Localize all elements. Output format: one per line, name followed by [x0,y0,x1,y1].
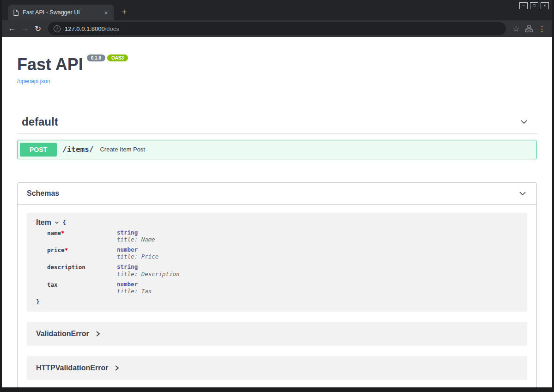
property-title: title: Name [117,236,155,243]
property-row: tax number title: Tax [47,281,518,295]
browser-menu-icon[interactable]: ⋮ [536,22,548,35]
meta-value: Tax [141,288,152,295]
property-name-text: price [47,247,65,253]
close-brace: } [36,298,518,305]
minimize-button[interactable]: – [519,2,528,9]
property-row: price* number title: Price [47,247,518,260]
oas3-badge: OAS3 [107,54,128,61]
tag-title: default [22,115,58,128]
schemas-body: Item { name* string title: Na [18,205,536,387]
chevron-down-icon[interactable] [54,220,60,225]
meta-key: title: [117,236,138,243]
close-button[interactable]: × [541,2,549,9]
browser-window: Fast API - Swagger UI × + – □ × ← → ↻ i … [2,0,552,387]
version-badge: 0.1.0 [87,54,105,61]
model-item-toggle[interactable]: Item { [36,218,518,227]
url-host: 127.0.0.1:8000 [65,25,105,32]
property-title: title: Price [117,253,158,260]
reload-icon[interactable]: ↻ [31,22,44,35]
property-name: tax [47,281,117,295]
property-name-text: tax [47,281,58,288]
model-title: HTTPValidationError [36,364,108,372]
window-frame: Fast API - Swagger UI × + – □ × ← → ↻ i … [0,0,554,392]
property-def: number title: Tax [117,281,152,295]
new-tab-button[interactable]: + [118,6,130,18]
page-content: Fast API0.1.0OAS3 /openapi.json default … [2,37,552,387]
required-star: * [65,247,68,253]
property-def: string title: Name [117,229,155,243]
operation-path: /items/ [57,145,98,154]
property-type: string [117,229,155,236]
property-type: number [117,247,158,253]
api-info: Fast API0.1.0OAS3 /openapi.json [17,55,537,85]
property-title: title: Tax [117,288,152,295]
schemas-section: Schemas Item { [17,182,537,387]
meta-key: title: [117,271,138,277]
tag-header-default[interactable]: default [17,111,537,133]
page-info-icon[interactable]: i [54,25,61,32]
model-httpvalidationerror[interactable]: HTTPValidationError [27,356,527,380]
maximize-button[interactable]: □ [530,2,538,9]
meta-value: Name [141,236,155,243]
property-type: string [117,264,179,270]
schemas-header[interactable]: Schemas [18,183,536,205]
sitemap-icon[interactable] [523,22,536,35]
bookmark-star-icon[interactable]: ☆ [510,22,523,35]
operation-summary: Create Item Post [98,146,145,153]
opblock-summary[interactable]: POST /items/ Create Item Post [18,140,536,159]
navigation-bar: ← → ↻ i 127.0.0.1:8000/docs ☆ ⋮ [2,20,552,37]
model-validationerror[interactable]: ValidationError [27,322,527,346]
property-name: description [47,264,117,277]
model-title: Item [36,218,51,227]
chevron-right-icon [115,365,119,371]
chevron-down-icon[interactable] [518,189,527,198]
tab-title: Fast API - Swagger UI [23,9,102,16]
property-def: number title: Price [117,247,158,260]
open-brace: { [62,219,66,226]
property-def: string title: Description [117,264,179,277]
openapi-json-link[interactable]: /openapi.json [17,78,50,84]
tab-close-icon[interactable]: × [102,8,110,17]
titlebar: Fast API - Swagger UI × + – □ × [2,0,552,20]
url-text: 127.0.0.1:8000/docs [65,25,119,32]
post-method-badge: POST [20,143,57,157]
back-icon[interactable]: ← [6,22,18,35]
property-name: price* [47,247,117,260]
tag-section-default: default POST /items/ Create Item Post [17,111,537,159]
api-title: Fast API0.1.0OAS3 [17,55,537,74]
property-row: name* string title: Name [47,229,518,243]
property-row: description string title: Description [47,264,518,277]
property-name-text: description [47,264,85,271]
meta-value: Price [141,253,159,260]
model-properties: name* string title: Name price* number [47,229,518,295]
forward-icon[interactable]: → [18,22,31,35]
property-name-text: name [47,229,61,236]
chevron-right-icon [96,331,100,337]
required-star: * [61,229,65,236]
browser-tab[interactable]: Fast API - Swagger UI × [8,5,114,20]
url-path: /docs [105,25,119,32]
opblock-post-items: POST /items/ Create Item Post [17,140,537,159]
schemas-title: Schemas [27,189,59,198]
property-title: title: Description [117,271,179,277]
address-bar[interactable]: i 127.0.0.1:8000/docs [48,22,506,35]
model-title: ValidationError [36,330,89,338]
chevron-down-icon[interactable] [519,117,529,127]
property-type: number [117,281,152,288]
model-item: Item { name* string title: Na [27,213,527,312]
meta-key: title: [117,253,138,260]
meta-value: Description [141,271,180,277]
property-name: name* [47,229,117,243]
api-title-text: Fast API [17,55,83,74]
page-favicon-icon [13,10,18,16]
meta-key: title: [117,288,138,295]
window-controls: – □ × [519,2,549,9]
